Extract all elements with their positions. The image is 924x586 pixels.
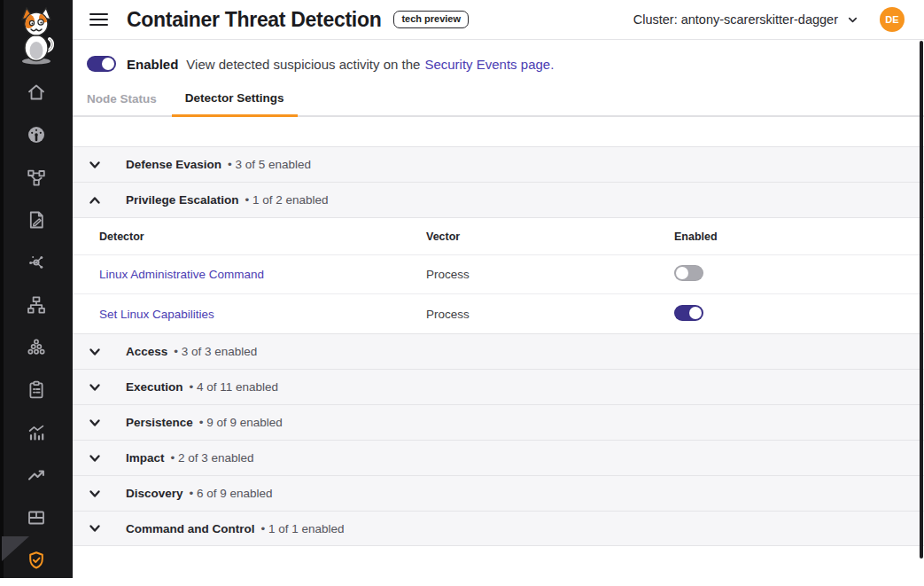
hamburger-menu-icon[interactable]	[89, 13, 108, 27]
processes-icon[interactable]	[26, 337, 47, 358]
detector-toggle[interactable]	[674, 265, 703, 281]
column-header-vector: Vector	[426, 230, 674, 243]
user-avatar[interactable]: DE	[880, 7, 905, 32]
sidebar	[0, 0, 73, 578]
category-summary: • 1 of 1 enabled	[261, 522, 345, 535]
security-events-link[interactable]: Security Events page.	[424, 57, 554, 72]
app-window: Container Threat Detection tech preview …	[0, 0, 924, 586]
category-row-command-and-control[interactable]: Command and Control • 1 of 1 enabled	[73, 511, 924, 546]
detection-enabled-toggle[interactable]	[87, 56, 116, 72]
category-name: Discovery	[126, 487, 183, 500]
category-summary: • 9 of 9 enabled	[199, 416, 283, 429]
column-header-detector: Detector	[99, 230, 426, 243]
detector-link-linux-administrative-command[interactable]: Linux Administrative Command	[99, 268, 264, 281]
detector-toggle[interactable]	[674, 305, 703, 321]
category-summary: • 6 of 9 enabled	[190, 487, 273, 500]
checklist-icon[interactable]	[26, 379, 47, 401]
chevron-down-icon	[88, 345, 102, 359]
apm-icon[interactable]	[26, 252, 47, 273]
chevron-up-icon	[88, 193, 102, 207]
detector-link-set-linux-capabilities[interactable]: Set Linux Capabilities	[99, 308, 214, 321]
category-summary: • 4 of 11 enabled	[190, 380, 279, 394]
detector-categories: Defense Evasion • 3 of 5 enabled Privile…	[73, 117, 924, 586]
category-summary: • 2 of 3 enabled	[171, 451, 254, 465]
cat-logo[interactable]	[14, 5, 58, 67]
column-header-enabled: Enabled	[674, 230, 924, 243]
detector-table-header: Detector Vector Enabled	[73, 217, 924, 255]
table-row: Set Linux Capabilities Process	[73, 294, 924, 333]
category-name: Access	[126, 345, 167, 358]
chevron-down-icon	[88, 487, 102, 501]
category-summary: • 1 of 2 enabled	[245, 193, 329, 207]
category-name: Impact	[126, 451, 165, 465]
tech-preview-badge: tech preview	[393, 11, 469, 28]
chevron-down-icon	[88, 158, 102, 172]
enabled-description: View detected suspicious activity on the	[186, 57, 420, 72]
chevron-down-icon	[88, 451, 102, 465]
packages-icon[interactable]	[26, 507, 47, 528]
category-row-impact[interactable]: Impact • 2 of 3 enabled	[73, 440, 924, 475]
enabled-label: Enabled	[127, 57, 178, 72]
category-summary: • 3 of 5 enabled	[228, 158, 311, 171]
chevron-down-icon	[88, 521, 102, 535]
chevron-down-icon	[846, 13, 859, 27]
cluster-dropdown-label: Cluster: antony-scarerskitter-dagger	[633, 12, 838, 27]
detector-table: Detector Vector Enabled Linux Administra…	[73, 217, 924, 333]
chevron-down-icon	[88, 380, 102, 395]
cluster-dropdown[interactable]: Cluster: antony-scarerskitter-dagger	[633, 12, 859, 27]
category-summary: • 3 of 3 enabled	[174, 345, 257, 358]
dashboards-icon[interactable]	[26, 124, 47, 145]
tab-detector-settings[interactable]: Detector Settings	[172, 91, 298, 117]
category-name: Command and Control	[126, 522, 255, 535]
page-title: Container Threat Detection	[127, 8, 381, 32]
sub-header: Enabled View detected suspicious activit…	[73, 40, 924, 117]
vector-value: Process	[426, 268, 674, 281]
table-row: Linux Administrative Command Process	[73, 255, 924, 294]
category-row-access[interactable]: Access • 3 of 3 enabled	[73, 333, 924, 369]
category-name: Persistence	[126, 416, 193, 429]
category-row-privilege-escalation[interactable]: Privilege Escalation • 1 of 2 enabled	[73, 182, 924, 217]
tab-node-status[interactable]: Node Status	[87, 92, 172, 117]
category-row-discovery[interactable]: Discovery • 6 of 9 enabled	[73, 475, 924, 511]
category-row-execution[interactable]: Execution • 4 of 11 enabled	[73, 369, 924, 404]
vertical-scrollbar[interactable]	[920, 41, 923, 559]
category-name: Defense Evasion	[126, 158, 221, 171]
category-row-defense-evasion[interactable]: Defense Evasion • 3 of 5 enabled	[73, 146, 924, 182]
service-map-icon[interactable]	[26, 167, 47, 188]
corner-fold-decoration	[2, 535, 30, 562]
top-bar: Container Threat Detection tech preview …	[73, 0, 924, 40]
main-area: Container Threat Detection tech preview …	[73, 0, 924, 586]
vector-value: Process	[426, 308, 674, 321]
enable-row: Enabled View detected suspicious activit…	[73, 40, 924, 72]
category-row-persistence[interactable]: Persistence • 9 of 9 enabled	[73, 404, 924, 440]
network-topology-icon[interactable]	[26, 294, 47, 316]
chevron-down-icon	[88, 416, 102, 430]
category-name: Privilege Escalation	[126, 193, 239, 207]
metrics-icon[interactable]	[26, 422, 47, 443]
tab-bar: Node Status Detector Settings	[73, 91, 298, 117]
home-icon[interactable]	[26, 82, 47, 103]
trends-icon[interactable]	[26, 465, 47, 486]
sidebar-nav	[0, 82, 73, 571]
notebooks-icon[interactable]	[26, 209, 47, 230]
category-name: Execution	[126, 380, 183, 394]
